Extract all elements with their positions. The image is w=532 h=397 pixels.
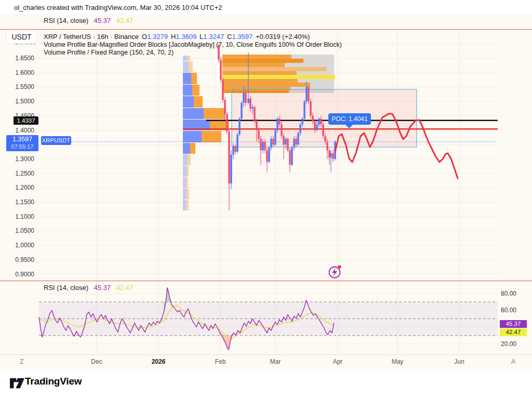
footer: TradingView (0, 369, 532, 397)
symbol-legend-row: XRP / TetherUS · 16h · BinanceO1.3279H1.… (44, 33, 310, 41)
tradingview-logo-text[interactable]: TradingView (25, 376, 82, 387)
bar-countdown: 07:55:17 (6, 143, 38, 150)
time-axis-label: Mar (264, 358, 287, 365)
change-value: +0.0319 (+2.40%) (256, 33, 310, 41)
time-axis-label: Dec (85, 358, 108, 365)
time-axis-edge-left: Z (20, 358, 23, 365)
rsi-axis-label: 60.00 (501, 307, 516, 314)
rsi-purple-value-badge: 45.37 (500, 320, 527, 328)
rsi-ma-value: 42.47 (116, 17, 134, 24)
price-axis-label: 1.2000 (3, 184, 34, 191)
order-blocks-indicator-title: Volume Profile Bar-Magnified Order Block… (44, 41, 342, 48)
price-axis-clipped-label: 1.7000 (15, 44, 36, 47)
ohlc-key: H (171, 33, 176, 41)
level-price-badge: 1.4337 (14, 116, 38, 125)
poc-label: POC: 1.4041 (328, 113, 371, 125)
last-price: 1.3597 (6, 135, 38, 143)
price-axis-label: 0.9500 (3, 256, 34, 263)
time-axis-label: Jun (448, 358, 471, 365)
price-axis-label: 1.0500 (3, 227, 34, 234)
rsi-indicator-title: RSI (14, close) (44, 17, 88, 24)
rsi-value: 45.37 (94, 17, 111, 24)
rsi-axis-label: 20.00 (501, 340, 516, 348)
price-axis-label: 1.6000 (3, 69, 34, 76)
time-axis-label: Apr (326, 358, 349, 365)
price-axis-label: 1.5500 (3, 83, 34, 90)
price-axis-label: 1.1500 (3, 198, 34, 206)
tradingview-snapshot: ol_charles created with TradingView.com,… (0, 0, 532, 397)
rsi-yellow-value-badge: 42.47 (500, 328, 527, 336)
ohlc-value: 1.3597 (232, 33, 253, 41)
price-axis[interactable]: 1.65001.60001.55001.50001.45001.40001.30… (0, 30, 38, 281)
ohlc-value: 1.3609 (176, 33, 196, 41)
price-axis-label: 1.3000 (3, 155, 34, 163)
ohlc-key: O (142, 33, 147, 41)
top-rsi-legend: RSI (14, close) 45.37 42.47 (44, 17, 133, 24)
rsi-value: 45.37 (94, 284, 111, 292)
time-axis-label: 2026 (147, 358, 170, 365)
price-axis-label: 1.2500 (3, 170, 34, 177)
price-axis-label: 1.0000 (3, 242, 34, 249)
ohlc-value: 1.3279 (147, 33, 168, 41)
rsi-axis[interactable]: 80.0060.0020.0045.3742.47 (498, 283, 532, 356)
tradingview-logo-icon[interactable] (9, 376, 25, 390)
price-axis-label: 1.6500 (3, 55, 34, 62)
volume-profile-indicator-title: Volume Profile / Fixed Range (150, 24, 7… (44, 49, 174, 56)
ohlc-key: C (227, 33, 232, 41)
price-axis-label: 0.9000 (3, 271, 34, 278)
price-axis-label: 1.4000 (3, 127, 34, 134)
time-axis-label: Feb (209, 358, 232, 365)
rsi-axis-label: 80.00 (501, 290, 516, 297)
last-price-badge: 1.3597 07:55:17 (6, 135, 38, 151)
rsi-indicator-title: RSI (14, close) (44, 284, 88, 292)
ohlc-value: 1.3247 (203, 33, 224, 41)
rsi-ma-value: 42.47 (116, 284, 134, 292)
price-axis-label: 1.5000 (3, 98, 34, 105)
time-axis[interactable]: Dec2026FebMarAprMayJunZA (0, 354, 532, 369)
rsi-pane-legend: RSI (14, close) 45.37 42.47 (44, 284, 133, 292)
time-axis-edge-right: A (511, 358, 515, 365)
price-axis-label: 1.1000 (3, 213, 34, 220)
symbol-title: XRP / TetherUS · 16h · Binance (44, 33, 139, 41)
symbol-pill: XRPUSDT (41, 136, 71, 145)
chart-canvas[interactable] (0, 0, 532, 397)
time-axis-label: May (386, 358, 409, 365)
